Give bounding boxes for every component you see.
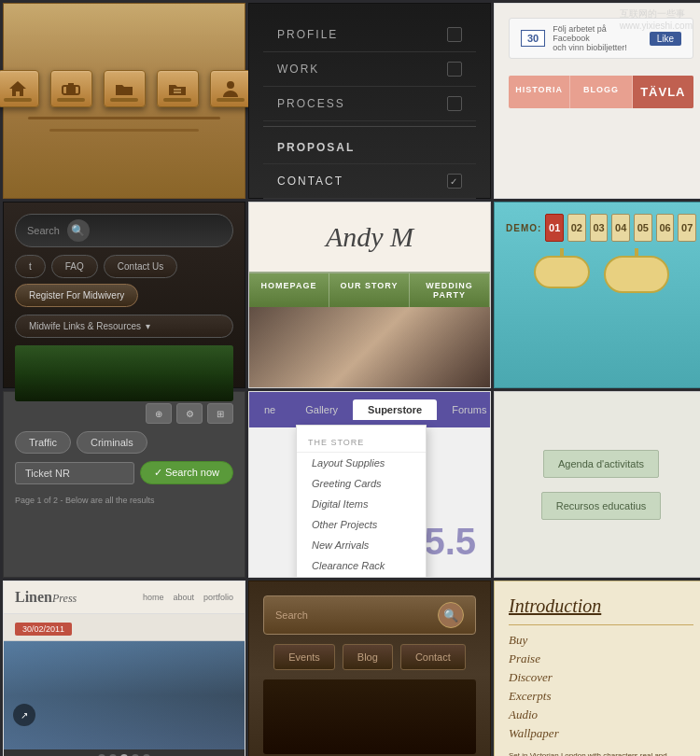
watermark: 互联网的一些事 www.yixieshi.com	[620, 7, 693, 31]
store-nav-forums[interactable]: Forums	[437, 399, 491, 420]
store-item-layout[interactable]: Layout Supplies	[297, 453, 426, 473]
store-nav-ne[interactable]: ne	[249, 399, 290, 420]
wedding-nav-ourstory[interactable]: OUR STORY	[329, 273, 410, 307]
book-panel: Introduction Buy Praise Discover Excerpt…	[494, 581, 700, 756]
swedish-nav-blogg[interactable]: BLOGG	[570, 76, 632, 108]
search-placeholder: Search	[27, 225, 60, 236]
menu-divider	[263, 126, 476, 127]
wood-icon-person[interactable]	[210, 70, 252, 107]
store-item-digital[interactable]: Digital Items	[297, 494, 426, 514]
nav-pill-register[interactable]: Register For Midwivery	[15, 284, 138, 307]
demo-num-04[interactable]: 04	[611, 214, 630, 242]
menu-item-work[interactable]: WORK	[263, 52, 476, 87]
book-menu-praise[interactable]: Praise	[509, 651, 693, 666]
wood-icon-briefcase[interactable]	[50, 70, 92, 107]
demo-label: DEMO:	[506, 223, 541, 233]
search-bar[interactable]: Search 🔍	[15, 214, 233, 247]
demo-clouds	[506, 256, 696, 293]
brown-search-bar[interactable]: Search 🔍	[263, 595, 476, 635]
linen-photo-overlay	[4, 641, 245, 749]
wood-icon-home[interactable]	[0, 70, 39, 107]
nav-pill-faq[interactable]: FAQ	[51, 255, 98, 278]
demo-num-03[interactable]: 03	[590, 214, 609, 242]
ctrl-pill-traffic[interactable]: Traffic	[15, 431, 71, 454]
linen-nav: home about portfolio	[143, 593, 233, 602]
linen-date: 30/02/2011	[15, 623, 72, 636]
linen-dots	[4, 749, 245, 756]
book-menu-discover[interactable]: Discover	[509, 670, 693, 685]
wedding-title: Andy M	[326, 221, 413, 252]
linen-nav-about[interactable]: about	[173, 593, 194, 602]
demo-num-06[interactable]: 06	[656, 214, 675, 242]
wood-icon-folder2[interactable]	[157, 70, 199, 107]
swedish-nav: HISTORIA BLOGG TÄVLA	[509, 76, 693, 108]
ctrl-btn-crosshair[interactable]: ⊕	[146, 403, 172, 424]
demo-num-05[interactable]: 05	[634, 214, 652, 242]
book-menu-audio[interactable]: Audio	[509, 707, 693, 722]
nav-pill-contact[interactable]: Contact Us	[104, 255, 177, 278]
wedding-nav-weddingparty[interactable]: WEDDING PARTY	[410, 273, 490, 307]
store-item-other[interactable]: Other Projects	[297, 514, 426, 535]
ctrl-btn-gear[interactable]: ⚙	[176, 403, 203, 424]
store-section-label: THE STORE	[297, 433, 426, 453]
ticket-input[interactable]: Ticket NR	[15, 462, 134, 484]
fb-subtext: och vinn biobiljetter!	[553, 43, 641, 52]
search-now-button[interactable]: ✓ Search now	[140, 461, 233, 484]
linen-photo: ↗	[4, 641, 245, 749]
ctrl-btn-grid[interactable]: ⊞	[207, 403, 233, 424]
main-grid: PROFILE WORK PROCESS PROPOSAL CONTACT ✓ …	[0, 0, 700, 756]
brown-nav-blog[interactable]: Blog	[343, 644, 393, 670]
linen-nav-home[interactable]: home	[143, 593, 164, 602]
menu-check-profile	[447, 27, 462, 42]
brown-nav-events[interactable]: Events	[273, 644, 335, 670]
store-item-greeting[interactable]: Greeting Cards	[297, 473, 426, 494]
linen-panel: LinenPress home about portfolio 30/02/20…	[3, 581, 245, 756]
brown-search-icon[interactable]: 🔍	[438, 602, 464, 628]
linen-nav-portfolio[interactable]: portfolio	[203, 593, 233, 602]
demo-num-02[interactable]: 02	[567, 214, 586, 242]
fb-count: 30	[521, 30, 545, 47]
book-title: Introduction	[509, 595, 693, 617]
book-divider	[509, 624, 693, 625]
book-menu-excerpts[interactable]: Excerpts	[509, 689, 693, 704]
agenda-tag-activitats[interactable]: Agenda d'activitats	[543, 450, 659, 478]
swedish-nav-historia[interactable]: HISTORIA	[509, 76, 570, 108]
wood-decoration-bar	[28, 117, 219, 119]
controls-panel: ⊕ ⚙ ⊞ Traffic Criminals Ticket NR ✓ Sear…	[3, 391, 245, 578]
wood-icon-folder1[interactable]	[104, 70, 146, 107]
wedding-photo	[249, 307, 490, 387]
dropdown-pill[interactable]: Midwife Links & Resources ▾	[15, 315, 233, 338]
wedding-header: Andy M	[249, 203, 490, 273]
menu-item-proposal[interactable]: PROPOSAL	[263, 132, 476, 164]
demo-num-07[interactable]: 07	[678, 214, 696, 242]
linen-logo: LinenPress	[15, 589, 77, 606]
brown-nav-contact[interactable]: Contact	[400, 644, 466, 670]
search-icon[interactable]: 🔍	[67, 219, 90, 242]
store-item-clearance[interactable]: Clearance Rack	[297, 555, 426, 576]
ctrl-pill-criminals[interactable]: Criminals	[77, 431, 147, 454]
store-nav-superstore[interactable]: Superstore	[353, 399, 437, 420]
store-item-deals[interactable]: Deals & Specials	[297, 576, 426, 578]
swedish-nav-tavla[interactable]: TÄVLA	[633, 76, 693, 108]
darknav-panel: Search 🔍 t FAQ Contact Us Register For M…	[3, 202, 245, 388]
wood-icons-panel	[3, 3, 245, 199]
demo-num-01[interactable]: 01	[545, 214, 564, 242]
watermark-text: 互联网的一些事	[620, 8, 685, 19]
nav-pill-t[interactable]: t	[15, 255, 46, 278]
wedding-nav-homepage[interactable]: HOMEPAGE	[249, 273, 329, 307]
book-menu-wallpaper[interactable]: Wallpaper	[509, 726, 693, 741]
store-item-new[interactable]: New Arrivals	[297, 535, 426, 555]
menu-item-contact[interactable]: CONTACT ✓	[263, 164, 476, 199]
menu-item-process[interactable]: PROCESS	[263, 87, 476, 121]
cloud-body-1	[534, 256, 590, 288]
menu-item-profile[interactable]: PROFILE	[263, 18, 476, 52]
image-strip	[15, 345, 233, 401]
fb-like-button[interactable]: Like	[650, 32, 681, 46]
menu-label-contact: CONTACT	[277, 175, 343, 188]
share-button[interactable]: ↗	[13, 704, 35, 726]
menu-label-process: PROCESS	[277, 97, 345, 110]
store-nav-gallery[interactable]: Gallery	[290, 399, 353, 420]
menu-check-process	[447, 96, 462, 111]
book-menu-buy[interactable]: Buy	[509, 633, 693, 648]
agenda-tag-recursos[interactable]: Recursos educatius	[541, 492, 662, 520]
